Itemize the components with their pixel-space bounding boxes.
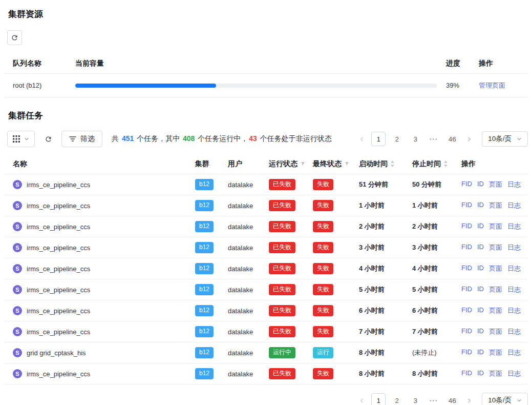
op-link-page[interactable]: 页面	[489, 180, 502, 189]
op-link-page[interactable]: 页面	[489, 285, 502, 294]
pagination-page-46[interactable]: 46	[445, 132, 459, 146]
op-link-page[interactable]: 页面	[489, 264, 502, 273]
row-actions: FIDID页面日志	[461, 201, 528, 210]
task-name-cell: S grid grid_cptask_his	[13, 348, 195, 357]
tasks-header-run-status[interactable]: 运行状态	[269, 159, 313, 169]
progress-percent: 39%	[446, 82, 479, 89]
op-link-fid[interactable]: FID	[461, 327, 472, 336]
user-name: datalake	[228, 181, 269, 189]
op-link-id[interactable]: ID	[477, 201, 484, 210]
task-row: S irms_ce_pipeline_ccs b12 datalake 已失败 …	[4, 258, 528, 279]
op-link-page[interactable]: 页面	[489, 327, 502, 336]
resources-refresh-button[interactable]	[7, 30, 22, 45]
row-actions: FIDID页面日志	[461, 306, 528, 315]
op-link-log[interactable]: 日志	[507, 306, 521, 315]
op-link-log[interactable]: 日志	[507, 201, 521, 210]
tasks-header-start-time[interactable]: 启动时间	[359, 159, 412, 169]
start-time: 3 小时前	[359, 243, 412, 252]
op-link-fid[interactable]: FID	[461, 285, 472, 294]
filter-icon[interactable]	[344, 161, 350, 167]
resources-title: 集群资源	[6, 8, 528, 20]
pagination-page-1[interactable]: 1	[371, 132, 386, 146]
op-link-id[interactable]: ID	[477, 369, 484, 378]
op-link-id[interactable]: ID	[477, 285, 484, 294]
capacity-progress-bar	[75, 84, 437, 88]
op-link-page[interactable]: 页面	[489, 222, 502, 231]
row-actions: FIDID页面日志	[461, 348, 528, 357]
op-link-fid[interactable]: FID	[461, 243, 472, 252]
op-link-id[interactable]: ID	[477, 180, 484, 189]
op-link-log[interactable]: 日志	[507, 180, 521, 189]
pagination-page-1[interactable]: 1	[371, 393, 386, 405]
op-link-log[interactable]: 日志	[507, 264, 521, 273]
cluster-badge: b12	[195, 368, 214, 379]
op-link-fid[interactable]: FID	[461, 306, 472, 315]
op-link-id[interactable]: ID	[477, 348, 484, 357]
pagination-next[interactable]	[463, 132, 475, 146]
pagination-page-3[interactable]: 3	[408, 132, 422, 146]
final-status-badge: 失败	[313, 263, 333, 274]
task-name-cell: S irms_ce_pipeline_ccs	[13, 264, 195, 273]
task-row: S irms_ce_pipeline_ccs b12 datalake 已失败 …	[4, 363, 528, 384]
op-link-fid[interactable]: FID	[461, 369, 472, 378]
task-name: irms_ce_pipeline_ccs	[27, 370, 90, 378]
op-link-page[interactable]: 页面	[489, 201, 502, 210]
op-link-log[interactable]: 日志	[507, 327, 521, 336]
op-link-id[interactable]: ID	[477, 222, 484, 231]
final-status-badge: 运行	[313, 347, 333, 358]
spark-avatar: S	[13, 327, 22, 336]
summary-running-count: 408	[183, 134, 195, 143]
op-link-id[interactable]: ID	[477, 243, 484, 252]
cluster-badge: b12	[195, 242, 214, 253]
pagination-next[interactable]	[463, 393, 475, 405]
pagination-prev	[356, 132, 367, 146]
filter-button[interactable]: 筛选	[61, 131, 102, 147]
pagination-page-2[interactable]: 2	[390, 393, 404, 405]
filter-icon[interactable]	[300, 161, 306, 167]
op-link-log[interactable]: 日志	[507, 243, 521, 252]
spark-avatar: S	[13, 264, 22, 273]
tasks-toolbar: 筛选 共 451 个任务，其中 408 个任务运行中，43 个任务处于非运行状态…	[4, 131, 528, 147]
pagination-page-2[interactable]: 2	[390, 132, 404, 146]
op-link-fid[interactable]: FID	[461, 201, 472, 210]
stop-time: 50 分钟前	[412, 180, 461, 189]
pagination-page-46[interactable]: 46	[445, 393, 459, 405]
tasks-header-final-status[interactable]: 最终状态	[313, 159, 359, 169]
op-link-fid[interactable]: FID	[461, 348, 472, 357]
op-link-page[interactable]: 页面	[489, 369, 502, 378]
pagination-page-3[interactable]: 3	[408, 393, 422, 405]
op-link-page[interactable]: 页面	[489, 306, 502, 315]
page-size-select[interactable]: 10条/页	[482, 131, 528, 147]
op-link-log[interactable]: 日志	[507, 369, 521, 378]
op-link-fid[interactable]: FID	[461, 180, 472, 189]
stop-time: 7 小时前	[412, 327, 461, 336]
task-name-cell: S irms_ce_pipeline_ccs	[13, 369, 195, 378]
tasks-refresh-button[interactable]	[41, 132, 55, 147]
sort-icon[interactable]	[443, 160, 448, 167]
cluster-resources-section: 集群资源 队列名称 当前容量 进度 操作 root (b12) 39% 管理页面	[4, 8, 528, 97]
op-link-fid[interactable]: FID	[461, 264, 472, 273]
stop-time: 3 小时前	[412, 243, 461, 252]
manage-page-link[interactable]: 管理页面	[479, 82, 505, 89]
op-link-id[interactable]: ID	[477, 264, 484, 273]
spark-avatar: S	[13, 180, 22, 189]
op-link-id[interactable]: ID	[477, 327, 484, 336]
tasks-header-stop-time[interactable]: 停止时间	[412, 159, 461, 169]
view-mode-button[interactable]	[7, 131, 35, 147]
queue-name: root (b12)	[13, 82, 75, 89]
op-link-fid[interactable]: FID	[461, 222, 472, 231]
op-link-log[interactable]: 日志	[507, 348, 521, 357]
op-link-id[interactable]: ID	[477, 306, 484, 315]
op-link-log[interactable]: 日志	[507, 285, 521, 294]
op-link-page[interactable]: 页面	[489, 243, 502, 252]
page-size-select[interactable]: 10条/页	[482, 393, 528, 405]
spark-avatar: S	[13, 243, 22, 252]
stop-time: 1 小时前	[412, 201, 461, 210]
refresh-icon	[11, 34, 18, 42]
op-link-page[interactable]: 页面	[489, 348, 502, 357]
resources-header-queue: 队列名称	[13, 59, 75, 68]
cluster-badge: b12	[195, 284, 214, 295]
sort-icon[interactable]	[390, 160, 395, 167]
op-link-log[interactable]: 日志	[507, 222, 521, 231]
start-time: 6 小时前	[359, 306, 412, 315]
